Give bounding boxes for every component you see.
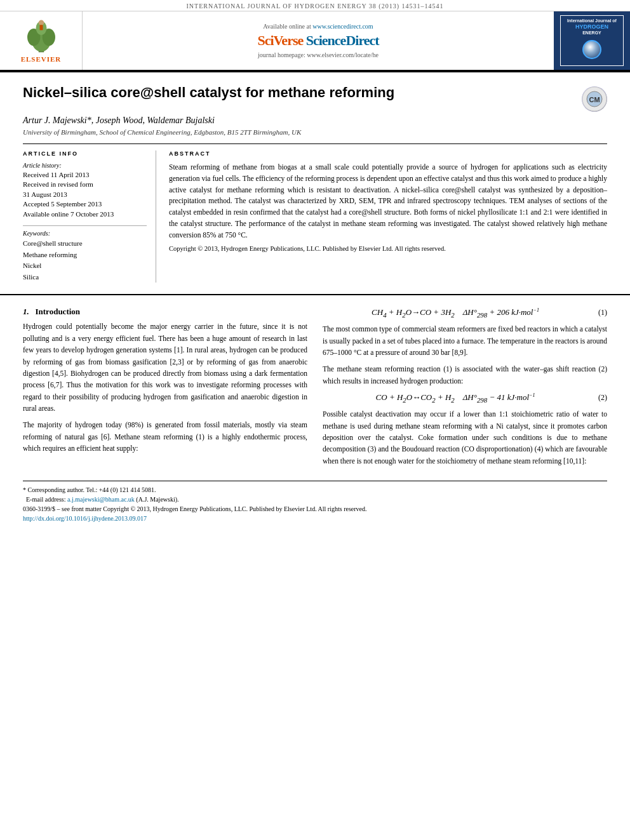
svg-text:CM: CM [589, 96, 600, 103]
article-main-header: Nickel–silica core@shell catalyst for me… [0, 72, 630, 294]
journal-branding-row: ELSEVIER Available online at www.science… [0, 11, 630, 71]
available-online-date: Available online 7 October 2013 [23, 210, 147, 219]
article-history-label: Article history: [23, 162, 147, 169]
two-col-layout: 1. Introduction Hydrogen could potential… [23, 302, 607, 472]
abstract-text: Steam reforming of methane from biogas a… [169, 162, 607, 241]
footnote-area: * Corresponding author. Tel.: +44 (0) 12… [23, 481, 607, 523]
equation-2-math: CO + H2O↔CO2 + H2 ΔH°298 − 41 kJ·mol−1 [376, 392, 535, 402]
journal-name-volume: INTERNATIONAL JOURNAL OF HYDROGEN ENERGY… [186, 3, 443, 10]
crossmark-badge[interactable]: CM [582, 86, 607, 112]
available-online-text: Available online at www.sciencedirect.co… [263, 23, 373, 30]
equation-2-number: (2) [588, 393, 607, 403]
elsevier-logo-area: ELSEVIER [0, 11, 83, 70]
equation-1-number: (1) [588, 308, 607, 317]
article-info-abstract-row: ARTICLE INFO Article history: Received 1… [23, 143, 607, 283]
keywords-section: Keywords: Core@shell structure Methane r… [23, 225, 147, 283]
equation-1-row: CH4 + H2O→CO + 3H2 ΔH°298 + 206 kJ·mol−1… [323, 307, 607, 318]
abstract-col: ABSTRACT Steam reforming of methane from… [169, 150, 607, 283]
keywords-label: Keywords: [23, 230, 147, 237]
doi-line: http://dx.doi.org/10.1016/j.ijhydene.201… [23, 514, 607, 523]
introduction-heading: 1. Introduction [23, 307, 307, 317]
journal-cover-circle [582, 40, 601, 59]
revised-label: Received in revised form [23, 180, 147, 189]
equation-1-math: CH4 + H2O→CO + 3H2 ΔH°298 + 206 kJ·mol−1 [372, 307, 539, 317]
copyright-text: Copyright © 2013, Hydrogen Energy Public… [169, 245, 607, 252]
article-title-row: Nickel–silica core@shell catalyst for me… [23, 84, 607, 112]
left-column: 1. Introduction Hydrogen could potential… [23, 302, 307, 472]
keyword-3: Nickel [23, 260, 147, 272]
journal-strip: INTERNATIONAL JOURNAL OF HYDROGEN ENERGY… [0, 0, 630, 11]
equation-2-content: CO + H2O↔CO2 + H2 ΔH°298 − 41 kJ·mol−1 [323, 392, 588, 403]
elsevier-tree-icon [19, 18, 64, 53]
affiliation-line: University of Birmingham, School of Chem… [23, 128, 607, 136]
journal-header: INTERNATIONAL JOURNAL OF HYDROGEN ENERGY… [0, 0, 630, 72]
equation-2-row: CO + H2O↔CO2 + H2 ΔH°298 − 41 kJ·mol−1 (… [323, 392, 607, 403]
article-history-group: Article history: Received 11 April 2013 … [23, 162, 147, 219]
svg-point-5 [38, 20, 43, 25]
elsevier-label: ELSEVIER [21, 55, 62, 63]
journal-cover-box: International Journal of HYDROGEN ENERGY [560, 15, 624, 66]
main-body: 1. Introduction Hydrogen could potential… [0, 294, 630, 530]
equation-1-content: CH4 + H2O→CO + 3H2 ΔH°298 + 206 kJ·mol−1 [323, 307, 588, 318]
sciencedirect-url[interactable]: www.sciencedirect.com [312, 23, 373, 30]
journal-homepage: journal homepage: www.elsevier.com/locat… [258, 51, 379, 58]
email-line: E-mail address: a.j.majewski@bham.ac.uk … [23, 495, 607, 504]
issn-line: 0360-3199/$ – see front matter Copyright… [23, 504, 607, 514]
journal-cover-title: International Journal of HYDROGEN ENERGY [567, 18, 617, 36]
author-email-link[interactable]: a.j.majewski@bham.ac.uk [67, 496, 136, 503]
article-title: Nickel–silica core@shell catalyst for me… [23, 84, 572, 102]
authors-line: Artur J. Majewski*, Joseph Wood, Waldema… [23, 116, 607, 126]
doi-link[interactable]: http://dx.doi.org/10.1016/j.ijhydene.201… [23, 515, 147, 522]
article-info-col: ARTICLE INFO Article history: Received 1… [23, 150, 156, 283]
sciverse-logo: SciVerse ScienceDirect [257, 32, 379, 49]
corresponding-author: * Corresponding author. Tel.: +44 (0) 12… [23, 485, 607, 495]
keyword-1: Core@shell structure [23, 238, 147, 250]
right-column: CH4 + H2O→CO + 3H2 ΔH°298 + 206 kJ·mol−1… [323, 302, 607, 472]
sciencedirect-area: Available online at www.sciencedirect.co… [83, 11, 554, 70]
revised-date: 31 August 2013 [23, 190, 147, 199]
right-paragraph-1: The most common type of commercial steam… [323, 323, 607, 358]
intro-paragraph-1: Hydrogen could potentially become the ma… [23, 321, 307, 414]
keyword-2: Methane reforming [23, 250, 147, 261]
svg-rect-6 [39, 25, 43, 30]
right-paragraph-2: The methane steam reforming reaction (1)… [323, 363, 607, 387]
accepted-date: Accepted 5 September 2013 [23, 199, 147, 209]
intro-paragraph-2: The majority of hydrogen today (98%) is … [23, 419, 307, 454]
crossmark-icon: CM [582, 86, 607, 112]
journal-cover-area: International Journal of HYDROGEN ENERGY [554, 11, 630, 70]
abstract-label: ABSTRACT [169, 150, 607, 157]
right-paragraph-3: Possible catalyst deactivation may occur… [323, 408, 607, 467]
article-info-label: ARTICLE INFO [23, 150, 147, 157]
received-date: Received 11 April 2013 [23, 170, 147, 180]
keyword-4: Silica [23, 272, 147, 283]
